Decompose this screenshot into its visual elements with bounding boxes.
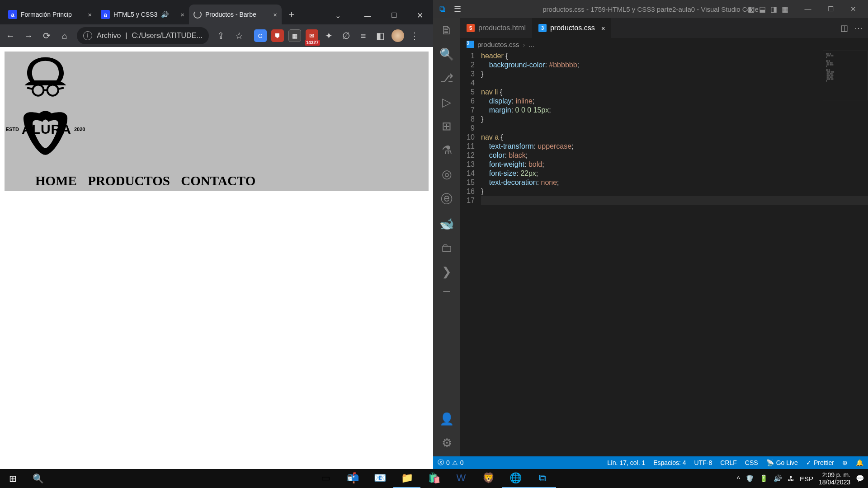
reload-button[interactable]: ⟳: [41, 30, 52, 41]
code-editor[interactable]: 1234567891011121314151617 header { backg…: [460, 51, 868, 456]
tray-chevron-icon[interactable]: ^: [737, 475, 740, 483]
taskbar-apps: ▭ 📬 📧 📁 🛍️ W 🦁 🌐 ⧉: [312, 469, 556, 488]
tabs-dropdown-icon[interactable]: ⌄: [325, 11, 351, 20]
settings-gear-icon[interactable]: ⚙: [439, 436, 454, 450]
testing-icon[interactable]: ⚗: [439, 143, 454, 157]
editor-tab-css[interactable]: 3 productos.css ×: [532, 18, 611, 38]
new-tab-button[interactable]: +: [283, 6, 300, 23]
audio-icon[interactable]: 🔊: [161, 11, 169, 18]
layout-icon[interactable]: ⬓: [759, 5, 766, 14]
layout-icon[interactable]: ▦: [782, 5, 788, 14]
hamburger-menu-icon[interactable]: ☰: [454, 4, 461, 14]
store-app-icon[interactable]: 🛍️: [420, 469, 448, 488]
tray-volume-icon[interactable]: 🔊: [774, 474, 782, 483]
editor-tab-html[interactable]: 5 productos.html: [460, 18, 532, 38]
minimize-button[interactable]: —: [354, 12, 381, 19]
browser-tab-0[interactable]: a Formación Princip ×: [4, 5, 96, 24]
extensions-icon[interactable]: ⊞: [439, 119, 454, 133]
run-debug-icon[interactable]: ▷: [439, 95, 454, 109]
brave-app-icon[interactable]: 🦁: [475, 469, 502, 488]
start-button[interactable]: ⊞: [0, 469, 25, 488]
search-button[interactable]: 🔍: [25, 469, 51, 488]
vscode-logo-icon: ⧉: [437, 4, 448, 14]
search-icon[interactable]: 🔍: [439, 47, 454, 61]
minimap[interactable]: ████ █ ████ ███████ █ ███ ███ ███ ██████…: [823, 51, 868, 100]
tray-clock[interactable]: 2:09 p. m. 18/04/2023: [819, 471, 850, 486]
chrome-menu-icon[interactable]: ⋮: [409, 30, 420, 41]
taskview-icon[interactable]: ▭: [312, 469, 339, 488]
status-eol[interactable]: CRLF: [720, 459, 737, 466]
status-language[interactable]: CSS: [745, 459, 758, 466]
css-file-icon: 3: [467, 41, 474, 48]
split-editor-icon[interactable]: ◫: [840, 23, 848, 33]
ublock-ext-icon[interactable]: ⛊: [271, 29, 284, 42]
close-tab-icon[interactable]: ×: [180, 11, 184, 19]
status-errors[interactable]: ⓧ 0 ⚠ 0: [438, 459, 464, 467]
status-spaces[interactable]: Espacios: 4: [653, 459, 686, 466]
site-info-icon[interactable]: i: [83, 31, 92, 40]
nav-item-home[interactable]: HOME: [35, 179, 77, 187]
bookmark-icon[interactable]: ☆: [233, 30, 245, 41]
edge-icon[interactable]: ⓔ: [439, 191, 454, 207]
explorer-app-icon[interactable]: 📁: [393, 469, 420, 488]
mail-ext-icon[interactable]: ✉14327: [306, 29, 318, 42]
layout-icon[interactable]: ◨: [770, 5, 777, 14]
maximize-button[interactable]: ☐: [819, 5, 842, 13]
sidepanel-icon[interactable]: ◧: [374, 29, 387, 42]
status-bell-icon[interactable]: 🔔: [856, 459, 863, 466]
extensions-menu-icon[interactable]: ✦: [323, 29, 335, 42]
mail-app-icon[interactable]: 📬: [339, 469, 366, 488]
chrome-window: a Formación Princip × a HTML5 y CSS3 🔊 ×…: [0, 0, 433, 469]
minimize-button[interactable]: —: [797, 5, 819, 13]
extensions-row: G ⛊ ▦ ✉14327 ✦ ∅ ≡ ◧ ⋮: [254, 29, 420, 42]
close-window-button[interactable]: ✕: [842, 5, 864, 13]
url-field[interactable]: i Archivo | C:/Users/LATITUDE...: [77, 27, 209, 44]
close-window-button[interactable]: ✕: [407, 11, 433, 20]
status-golive[interactable]: 📡 Go Live: [766, 459, 798, 466]
status-encoding[interactable]: UTF-8: [694, 459, 712, 466]
profile-avatar[interactable]: [392, 29, 404, 42]
home-button[interactable]: ⌂: [59, 31, 71, 41]
nav-item-productos[interactable]: PRODUCTOS: [88, 179, 170, 187]
forward-button[interactable]: →: [23, 31, 34, 41]
maximize-button[interactable]: ☐: [381, 11, 407, 19]
back-button[interactable]: ←: [5, 31, 16, 41]
url-separator: |: [125, 32, 127, 40]
close-tab-icon[interactable]: ×: [273, 11, 277, 19]
status-cursor[interactable]: Lín. 17, col. 1: [607, 459, 645, 466]
nav-item-contacto[interactable]: CONTACTO: [181, 179, 255, 187]
translate-ext-icon[interactable]: G: [254, 29, 267, 42]
tray-notifications-icon[interactable]: 💬: [856, 474, 864, 483]
terminal-icon[interactable]: ❯_: [439, 265, 454, 293]
browser-tab-2[interactable]: Productos - Barbe ×: [189, 5, 282, 24]
share-icon[interactable]: ⇪: [215, 30, 227, 41]
barber-logo-svg: [15, 56, 76, 166]
ext-icon[interactable]: ▦: [288, 29, 301, 42]
status-prettier[interactable]: ✓ Prettier: [806, 459, 834, 466]
browser-tab-1[interactable]: a HTML5 y CSS3 🔊 ×: [96, 5, 189, 24]
tray-language[interactable]: ESP: [800, 475, 813, 483]
close-tab-icon[interactable]: ×: [88, 11, 92, 19]
more-actions-icon[interactable]: ⋯: [854, 23, 863, 33]
reading-list-icon[interactable]: ≡: [357, 29, 370, 42]
breadcrumbs[interactable]: 3 productos.css › ...: [460, 38, 868, 51]
loading-icon: [193, 10, 202, 19]
live-icon[interactable]: ◎: [439, 167, 454, 181]
vscode-app-icon[interactable]: ⧉: [529, 469, 556, 488]
accounts-icon[interactable]: 👤: [439, 412, 454, 426]
source-control-icon[interactable]: ⎇: [439, 71, 454, 85]
folder-icon[interactable]: 🗀: [439, 241, 454, 255]
status-feedback-icon[interactable]: ⊕: [842, 459, 848, 466]
tray-battery-icon[interactable]: 🔋: [760, 474, 768, 483]
code-lines[interactable]: header { background-color: #bbbbbb;}nav …: [481, 51, 868, 456]
docker-icon[interactable]: 🐋: [439, 217, 454, 231]
close-tab-icon[interactable]: ×: [601, 24, 605, 32]
favicon-icon: a: [8, 10, 17, 19]
word-app-icon[interactable]: W: [448, 469, 475, 488]
tray-security-icon[interactable]: 🛡️: [745, 474, 754, 483]
explorer-icon[interactable]: 🗎: [439, 23, 454, 38]
ext-icon[interactable]: ∅: [340, 29, 353, 42]
tray-network-icon[interactable]: 🖧: [788, 475, 794, 483]
outlook-app-icon[interactable]: 📧: [366, 469, 393, 488]
chrome-app-icon[interactable]: 🌐: [502, 469, 529, 488]
